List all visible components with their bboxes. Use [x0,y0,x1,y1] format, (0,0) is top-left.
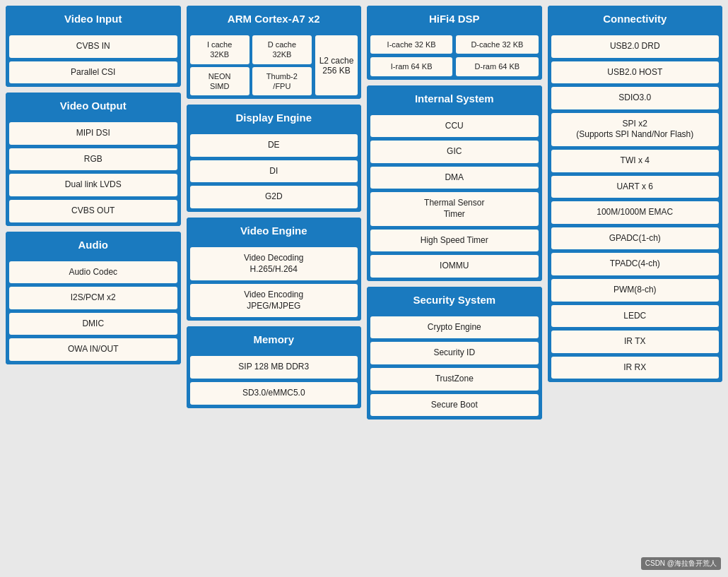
item-high-speed-timer: High Speed Timer [370,230,539,252]
item-usb20-drd: USB2.0 DRD [551,35,720,58]
item-secure-boot: Secure Boot [370,394,539,417]
csdn-badge: CSDN @海拉鲁开荒人 [641,557,721,570]
section-video-input: Video Input CVBS IN Parallel CSI [6,6,181,87]
video-engine-header: Video Engine [187,218,362,244]
item-g2d: G2D [190,186,358,208]
video-input-items: CVBS IN Parallel CSI [6,32,181,87]
item-thumb2: Thumb-2/FPU [252,67,312,96]
section-connectivity: Connectivity USB2.0 DRD USB2.0 HOST SDIO… [548,6,723,382]
security-system-header: Security System [367,287,542,313]
item-l2-cache: L2 cache256 KB [315,35,358,95]
video-input-header: Video Input [6,6,181,32]
main-container: Video Input CVBS IN Parallel CSI Video O… [0,0,728,577]
arm-cache-grid: I cache32KB D cache32KB NEONSIMD Thumb-2… [190,35,312,95]
video-output-header: Video Output [6,93,181,119]
connectivity-header: Connectivity [548,6,723,32]
video-output-items: MIPI DSI RGB Dual link LVDS CVBS OUT [6,119,181,225]
item-pwm: PWM(8-ch) [551,279,720,302]
item-video-decoding: Video DecodingH.265/H.264 [190,247,358,280]
item-rgb: RGB [9,148,177,171]
item-cvbs-in: CVBS IN [9,35,177,58]
item-neon: NEONSIMD [190,67,249,96]
section-video-engine: Video Engine Video DecodingH.265/H.264 V… [187,218,362,321]
item-i2s-pcm: I2S/PCM x2 [9,287,177,309]
item-iommu: IOMMU [370,255,539,278]
section-arm: ARM Cortex-A7 x2 I cache32KB D cache32KB… [187,6,362,99]
item-dcache-32k: D-cache 32 KB [456,35,538,54]
display-engine-items: DE DI G2D [187,131,362,212]
item-audio-codec: Audio Codec [9,261,177,284]
column-1: Video Input CVBS IN Parallel CSI Video O… [6,6,181,571]
display-engine-header: Display Engine [187,105,362,131]
item-parallel-csi: Parallel CSI [9,61,177,84]
item-icache-32k: I-cache 32 KB [370,35,452,54]
item-owa: OWA IN/OUT [9,338,177,361]
section-audio: Audio Audio Codec I2S/PCM x2 DMIC OWA IN… [6,232,181,364]
item-sdio30: SDIO3.0 [551,87,720,109]
item-dram-64k: D-ram 64 KB [456,57,538,76]
item-gpadc: GPADC(1-ch) [551,227,720,250]
column-4: Connectivity USB2.0 DRD USB2.0 HOST SDIO… [548,6,723,571]
item-icache: I cache32KB [190,35,249,64]
item-dcache: D cache32KB [252,35,312,64]
connectivity-items: USB2.0 DRD USB2.0 HOST SDIO3.0 SPI x2(Su… [548,32,723,382]
item-thermal-sensor-timer: Thermal SensorTimer [370,192,539,225]
internal-system-items: CCU GIC DMA Thermal SensorTimer High Spe… [367,112,542,281]
item-tpadc: TPADC(4-ch) [551,253,720,275]
hifi4-dsp-grid: I-cache 32 KB D-cache 32 KB I-ram 64 KB … [367,32,542,80]
item-crypto-engine: Crypto Engine [370,316,539,339]
item-twi-x4: TWI x 4 [551,150,720,172]
memory-items: SIP 128 MB DDR3 SD3.0/eMMC5.0 [187,352,362,408]
audio-header: Audio [6,232,181,258]
item-sip-ddr3: SIP 128 MB DDR3 [190,356,358,379]
section-security-system: Security System Crypto Engine Security I… [367,287,542,420]
item-cvbs-out: CVBS OUT [9,200,177,222]
section-video-output: Video Output MIPI DSI RGB Dual link LVDS… [6,93,181,225]
item-di: DI [190,160,358,183]
item-ledc: LEDC [551,305,720,328]
column-2: ARM Cortex-A7 x2 I cache32KB D cache32KB… [187,6,362,571]
video-engine-items: Video DecodingH.265/H.264 Video Encoding… [187,244,362,321]
item-ir-rx: IR RX [551,357,720,379]
item-dma: DMA [370,167,539,189]
item-video-encoding: Video EncodingJPEG/MJPEG [190,284,358,317]
internal-system-header: Internal System [367,85,542,112]
item-ir-tx: IR TX [551,331,720,353]
item-dmic: DMIC [9,313,177,335]
item-iram-64k: I-ram 64 KB [370,57,452,76]
item-mipi-dsi: MIPI DSI [9,122,177,145]
item-uart-x6: UART x 6 [551,176,720,198]
item-sd30-emmc: SD3.0/eMMC5.0 [190,382,358,405]
item-spi-x2: SPI x2(Supports SPI Nand/Nor Flash) [551,113,720,146]
item-dual-lvds: Dual link LVDS [9,174,177,196]
memory-header: Memory [187,326,362,352]
security-system-items: Crypto Engine Security ID TrustZone Secu… [367,313,542,420]
arm-header: ARM Cortex-A7 x2 [187,6,362,32]
section-display-engine: Display Engine DE DI G2D [187,105,362,212]
audio-items: Audio Codec I2S/PCM x2 DMIC OWA IN/OUT [6,258,181,364]
item-emac: 100M/1000M EMAC [551,201,720,224]
section-internal-system: Internal System CCU GIC DMA Thermal Sens… [367,85,542,281]
item-security-id: Security ID [370,342,539,364]
item-de: DE [190,134,358,157]
hifi4-dsp-header: HiFi4 DSP [367,6,542,32]
section-memory: Memory SIP 128 MB DDR3 SD3.0/eMMC5.0 [187,326,362,408]
item-ccu: CCU [370,115,539,138]
column-3: HiFi4 DSP I-cache 32 KB D-cache 32 KB I-… [367,6,542,571]
item-usb20-host: USB2.0 HOST [551,61,720,84]
arm-inner: I cache32KB D cache32KB NEONSIMD Thumb-2… [187,32,362,99]
item-trustzone: TrustZone [370,368,539,391]
section-hifi4-dsp: HiFi4 DSP I-cache 32 KB D-cache 32 KB I-… [367,6,542,80]
item-gic: GIC [370,141,539,163]
